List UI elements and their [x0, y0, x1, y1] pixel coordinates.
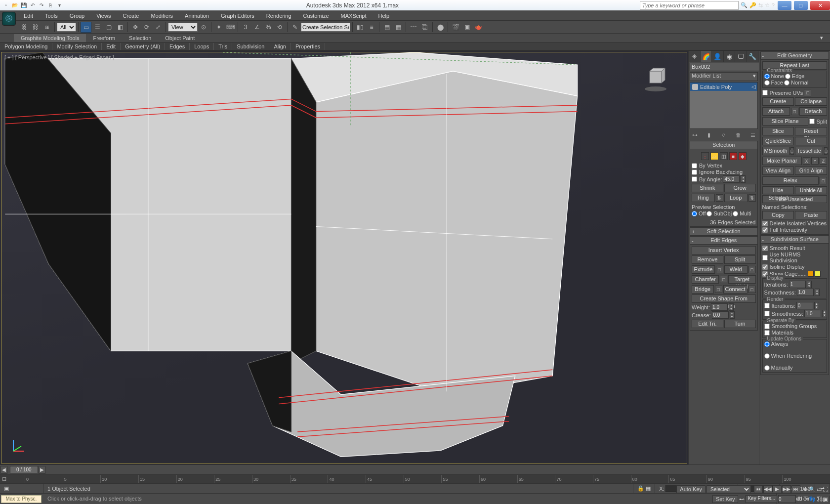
chamfer-settings-icon[interactable]: □	[720, 276, 727, 283]
rsub-properties[interactable]: Properties	[291, 43, 325, 50]
current-frame-input[interactable]	[778, 495, 796, 503]
keymode-dropdown[interactable]: Selected	[706, 485, 751, 493]
configure-icon[interactable]: ☰	[749, 131, 757, 139]
crease-spinner[interactable]	[712, 311, 729, 319]
delete-iso-checkbox[interactable]	[762, 221, 768, 226]
script-listener-icon[interactable]: ▣	[0, 484, 43, 493]
copy-named-sel-button[interactable]: Copy	[762, 211, 794, 219]
create-button[interactable]: Create	[762, 97, 794, 106]
align-icon[interactable]: ≡	[366, 22, 377, 33]
attach-button[interactable]: Attach	[762, 107, 790, 116]
move-icon[interactable]: ✥	[130, 22, 141, 33]
layer-manager-icon[interactable]: ▦	[393, 22, 404, 33]
unlink-icon[interactable]: ⛓	[30, 22, 41, 33]
render-iter-checkbox[interactable]	[764, 303, 770, 308]
nav-orbit-icon[interactable]: ⟳	[803, 496, 808, 503]
qat-undo-icon[interactable]: ↶	[29, 1, 37, 9]
selection-filter[interactable]: All	[57, 23, 76, 32]
display-smoothness-spinner[interactable]	[797, 289, 814, 296]
timeslider-next-icon[interactable]: ▶	[39, 466, 45, 474]
attach-list-icon[interactable]: □	[791, 108, 798, 115]
qat-new-icon[interactable]: ▫	[2, 1, 10, 9]
help-icon[interactable]: ?	[772, 2, 775, 8]
hide-selected-button[interactable]: Hide Selected	[762, 186, 794, 194]
time-slider[interactable]: 0 / 100	[10, 466, 38, 473]
object-name-input[interactable]	[690, 63, 759, 71]
target-weld-button[interactable]: Target Weld	[728, 275, 755, 284]
planar-y-button[interactable]: Y	[811, 157, 819, 165]
schematic-icon[interactable]: ⿻	[419, 22, 430, 33]
prev-frame-icon[interactable]: ◀◀	[763, 485, 772, 493]
ribbon-expand-icon[interactable]: ▾	[813, 34, 830, 42]
weight-spinner[interactable]	[711, 303, 728, 311]
ignore-backfacing-checkbox[interactable]	[692, 169, 697, 175]
make-planar-button[interactable]: Make Planar	[762, 157, 802, 165]
rsub-tris[interactable]: Tris	[214, 43, 232, 50]
app-logo-icon[interactable]: Ⓢ	[2, 12, 16, 26]
spinner-snap-icon[interactable]: ⟲	[274, 22, 285, 33]
update-manual-radio[interactable]	[764, 365, 770, 371]
slice-plane-button[interactable]: Slice Plane	[762, 117, 808, 126]
planar-z-button[interactable]: Z	[820, 157, 827, 165]
key-filters-button[interactable]: Key Filters...	[746, 495, 777, 503]
binoculars-icon[interactable]: 🔍	[741, 2, 747, 8]
isoline-display-checkbox[interactable]	[762, 264, 768, 270]
render-frame-icon[interactable]: ▣	[461, 22, 472, 33]
visibility-icon[interactable]	[692, 84, 698, 90]
detach-button[interactable]: Detach	[799, 107, 827, 116]
subobj-edge-icon[interactable]: ▱	[710, 152, 718, 160]
connect-button[interactable]: Connect	[723, 285, 747, 294]
by-angle-spinner[interactable]	[723, 175, 740, 183]
ribbon-tab-selection[interactable]: Selection	[122, 34, 158, 42]
rsub-subdivision[interactable]: Subdivision	[232, 43, 269, 50]
extrude-button[interactable]: Extrude	[692, 265, 715, 274]
view-align-button[interactable]: View Align	[762, 167, 794, 175]
menu-views[interactable]: Views	[90, 11, 117, 20]
menu-maxscript[interactable]: MAXScript	[335, 11, 373, 20]
chamfer-button[interactable]: Chamfer	[692, 275, 719, 284]
setkey-big-icon[interactable]: ⊷	[739, 496, 745, 503]
bridge-settings-icon[interactable]: □	[715, 286, 722, 293]
help-search-input[interactable]	[640, 1, 739, 10]
snap-toggle-icon[interactable]: 3	[240, 22, 251, 33]
perspective-viewport[interactable]: [ + ] [ Perspective ] [ Shaded + Edged F…	[1, 52, 687, 463]
rsub-loops[interactable]: Loops	[190, 43, 214, 50]
subobj-polygon-icon[interactable]: ■	[729, 152, 737, 160]
qat-redo-icon[interactable]: ↷	[38, 1, 45, 9]
modifier-stack[interactable]: Editable Poly◁	[690, 82, 758, 129]
link-icon[interactable]: ⛓	[19, 22, 30, 33]
unhide-all-button[interactable]: Unhide All	[795, 186, 827, 194]
ribbon-tab-objectpaint[interactable]: Object Paint	[158, 34, 202, 42]
preview-multi-radio[interactable]	[733, 211, 738, 216]
preserve-uvs-checkbox[interactable]	[762, 90, 768, 95]
menu-animation[interactable]: Animation	[179, 11, 215, 20]
use-nurms-checkbox[interactable]	[762, 255, 768, 260]
edit-named-sel-icon[interactable]: ✎	[290, 22, 300, 33]
nav-zoom-icon[interactable]: 🔍	[809, 486, 816, 493]
goto-start-icon[interactable]: ⏮	[754, 485, 763, 493]
subobj-vertex-icon[interactable]: ⋮	[701, 152, 709, 160]
render-setup-icon[interactable]: 🎬	[450, 22, 461, 33]
update-always-radio[interactable]	[764, 341, 770, 347]
loop-spinner-icon[interactable]: ⇅	[748, 194, 756, 202]
pivot-icon[interactable]: ⊙	[198, 22, 209, 33]
qat-more-icon[interactable]: ▾	[55, 1, 63, 9]
msmooth-button[interactable]: MSmooth	[762, 147, 789, 155]
extrude-settings-icon[interactable]: □	[716, 266, 723, 273]
window-crossing-icon[interactable]: ◧	[115, 22, 125, 33]
tab-hierarchy-icon[interactable]: 👤	[712, 51, 724, 62]
tab-motion-icon[interactable]: ◉	[724, 51, 736, 62]
modifier-list-dropdown[interactable]: Modifier List▾	[690, 72, 758, 81]
msmooth-settings-icon[interactable]: □	[790, 147, 794, 155]
remove-mod-icon[interactable]: 🗑	[734, 131, 742, 139]
quickslice-button[interactable]: QuickSlice	[762, 137, 794, 145]
render-smoothness-spinner[interactable]	[804, 310, 821, 317]
coord-display-icon[interactable]: ▦	[646, 485, 651, 492]
show-result-icon[interactable]: ▮	[705, 131, 713, 139]
menu-tools[interactable]: Tools	[39, 11, 64, 20]
tessellate-settings-icon[interactable]: □	[824, 147, 828, 155]
autokey-button[interactable]: Auto Key	[676, 485, 706, 493]
relax-settings-icon[interactable]: □	[820, 177, 827, 184]
curve-editor-icon[interactable]: 〰	[408, 22, 419, 33]
ribbon-tab-graphite[interactable]: Graphite Modeling Tools	[14, 34, 86, 42]
